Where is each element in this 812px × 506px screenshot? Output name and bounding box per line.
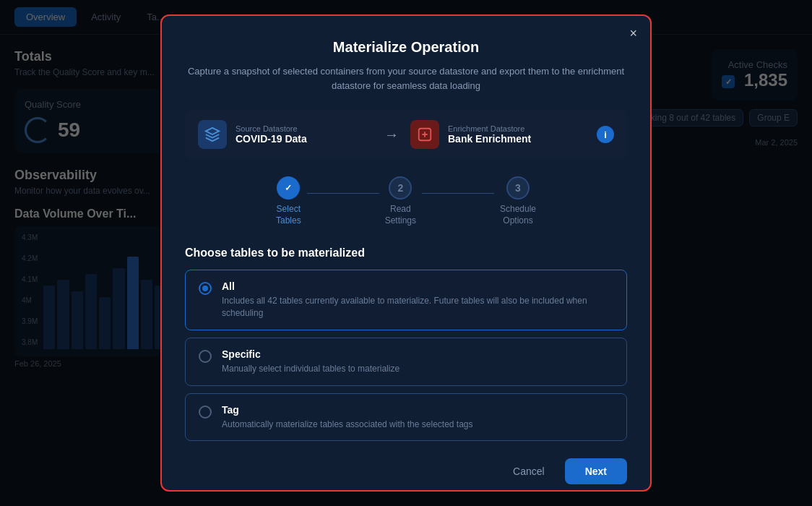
stepper: ✓ SelectTables 2 ReadSettings 3 Schedule… [185, 176, 627, 226]
arrow-icon: → [384, 126, 399, 143]
enrichment-datastore-icon [410, 120, 439, 149]
radio-tag[interactable] [199, 406, 212, 419]
step-3-circle: 3 [506, 176, 530, 200]
radio-specific[interactable] [199, 350, 212, 363]
enrichment-name: Bank Enrichment [448, 133, 531, 145]
enrichment-info: Enrichment Datastore Bank Enrichment [448, 124, 531, 145]
option-specific-text: Specific Manually select individual tabl… [222, 348, 399, 375]
close-button[interactable]: × [629, 26, 637, 41]
modal-description: Capture a snapshot of selected container… [185, 64, 627, 93]
source-name: COVID-19 Data [236, 133, 307, 145]
cancel-button[interactable]: Cancel [501, 460, 556, 483]
option-specific[interactable]: Specific Manually select individual tabl… [185, 338, 627, 386]
choose-title: Choose tables to be materialized [185, 246, 627, 260]
source-label: Source Datastore [236, 124, 307, 133]
modal-overlay: × Materialize Operation Capture a snapsh… [0, 0, 812, 506]
enrichment-datastore: Enrichment Datastore Bank Enrichment [410, 120, 585, 149]
step-line-2 [422, 193, 494, 194]
option-tag-title: Tag [222, 404, 473, 416]
option-specific-title: Specific [222, 348, 399, 360]
option-all-desc: Includes all 42 tables currently availab… [222, 295, 613, 320]
source-info: Source Datastore COVID-19 Data [236, 124, 307, 145]
modal-title: Materialize Operation [185, 39, 627, 56]
modal-footer: Cancel Next [185, 458, 627, 484]
step-2-circle: 2 [389, 176, 412, 200]
option-tag-desc: Automatically materialize tables associa… [222, 419, 473, 431]
step-1-circle: ✓ [277, 176, 300, 200]
step-1-checkmark: ✓ [285, 183, 292, 193]
materialize-modal: × Materialize Operation Capture a snapsh… [160, 14, 652, 492]
info-icon[interactable]: i [597, 126, 614, 143]
step-3-label: ScheduleOptions [500, 204, 536, 226]
option-all-text: All Includes all 42 tables currently ava… [222, 280, 613, 320]
next-button[interactable]: Next [565, 458, 627, 484]
source-datastore: Source Datastore COVID-19 Data [198, 120, 373, 149]
source-datastore-icon [198, 120, 227, 149]
step-1-label: SelectTables [276, 204, 301, 226]
step-2: 2 ReadSettings [385, 176, 416, 226]
step-3: 3 ScheduleOptions [500, 176, 536, 226]
option-tag[interactable]: Tag Automatically materialize tables ass… [185, 393, 627, 442]
option-specific-desc: Manually select individual tables to mat… [222, 363, 399, 375]
option-all[interactable]: All Includes all 42 tables currently ava… [185, 270, 627, 330]
step-line-1 [307, 193, 379, 194]
step-2-label: ReadSettings [385, 204, 416, 226]
enrichment-label: Enrichment Datastore [448, 124, 531, 133]
radio-all[interactable] [199, 282, 212, 295]
step-1: ✓ SelectTables [276, 176, 301, 226]
option-tag-text: Tag Automatically materialize tables ass… [222, 404, 473, 431]
option-all-title: All [222, 280, 613, 292]
datastore-row: Source Datastore COVID-19 Data → Enrichm… [185, 110, 627, 159]
